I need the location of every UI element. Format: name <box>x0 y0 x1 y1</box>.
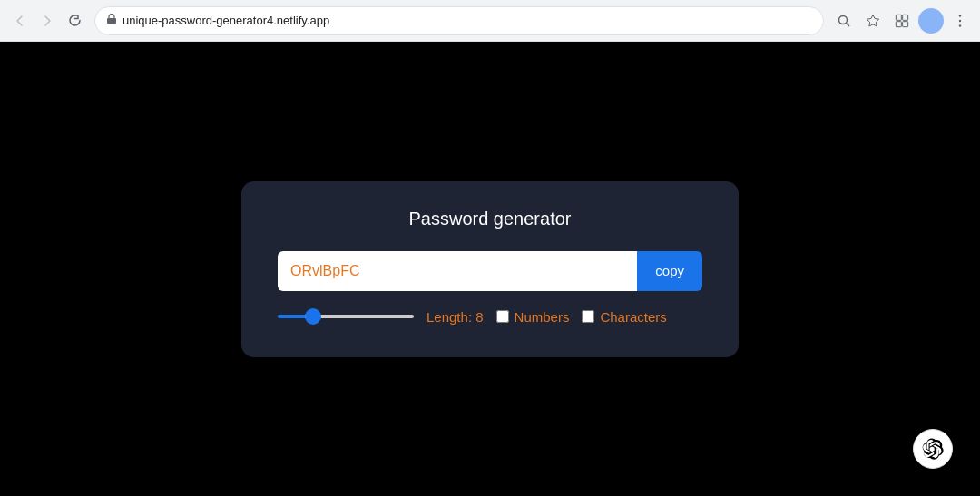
svg-point-9 <box>959 19 961 21</box>
extensions-button[interactable] <box>889 8 915 34</box>
svg-point-10 <box>959 24 961 26</box>
bookmark-button[interactable] <box>860 8 886 34</box>
browser-actions <box>831 8 973 34</box>
svg-line-2 <box>847 23 850 26</box>
numbers-label[interactable]: Numbers <box>514 309 570 325</box>
characters-group: Characters <box>582 309 666 325</box>
browser-chrome: unique-password-generator4.netlify.app <box>0 0 980 42</box>
length-label: Length: 8 <box>426 309 484 325</box>
characters-label[interactable]: Characters <box>600 309 666 325</box>
copy-button[interactable]: copy <box>637 251 702 291</box>
controls-row: Length: 8 Numbers Characters <box>278 309 702 325</box>
numbers-group: Numbers <box>496 309 570 325</box>
nav-buttons <box>7 8 87 34</box>
numbers-checkbox[interactable] <box>496 310 509 323</box>
zoom-button[interactable] <box>831 8 857 34</box>
profile-button[interactable] <box>918 8 944 34</box>
address-bar[interactable]: unique-password-generator4.netlify.app <box>94 6 824 35</box>
length-slider[interactable] <box>278 315 414 318</box>
password-row: copy <box>278 251 702 291</box>
svg-rect-6 <box>903 21 908 26</box>
card-title: Password generator <box>278 209 702 229</box>
url-text: unique-password-generator4.netlify.app <box>122 14 812 27</box>
reload-button[interactable] <box>62 8 87 34</box>
password-input[interactable] <box>278 251 637 291</box>
characters-checkbox[interactable] <box>582 310 594 323</box>
svg-point-8 <box>959 15 961 16</box>
menu-button[interactable] <box>947 8 973 34</box>
svg-point-1 <box>839 15 848 24</box>
svg-rect-0 <box>107 18 116 24</box>
password-generator-card: Password generator copy Length: 8 Number… <box>241 181 739 357</box>
back-button[interactable] <box>7 8 33 34</box>
svg-rect-3 <box>896 15 901 20</box>
forward-button[interactable] <box>34 8 60 34</box>
chatgpt-floating-button[interactable] <box>913 429 953 469</box>
svg-point-7 <box>928 15 935 21</box>
page-content: Password generator copy Length: 8 Number… <box>0 42 980 496</box>
svg-rect-5 <box>896 21 901 26</box>
svg-rect-4 <box>903 15 908 20</box>
address-security-icon <box>106 14 117 27</box>
